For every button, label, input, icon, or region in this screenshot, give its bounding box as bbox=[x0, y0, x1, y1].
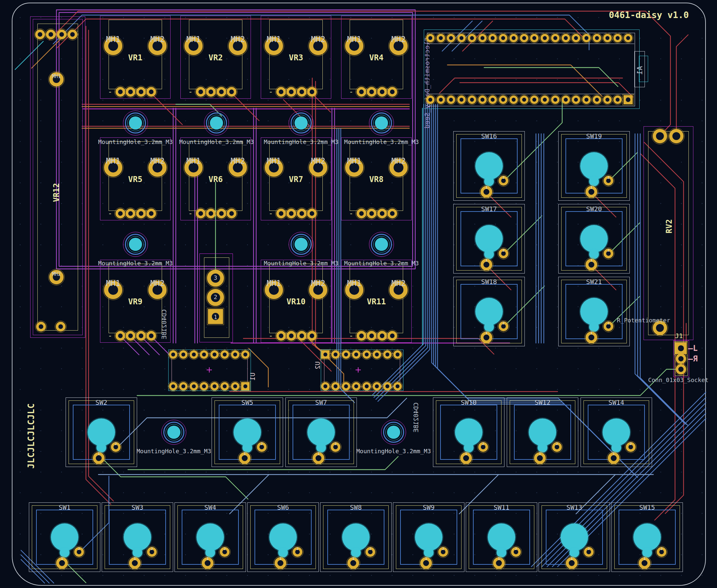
vr-module-vr6[interactable]: MH1MH2VR6- bbox=[181, 138, 251, 220]
switch-sw8[interactable]: 12SW8 bbox=[320, 502, 392, 572]
vr-module-vr11[interactable]: MH1MH2VR11- bbox=[341, 260, 412, 343]
vr-pad-1[interactable] bbox=[115, 209, 125, 218]
vr-module-vr3[interactable]: MH1MH2VR3- bbox=[261, 16, 331, 99]
a1-pin-pad[interactable] bbox=[457, 96, 466, 104]
switch-sw7[interactable]: 12SW7 bbox=[286, 397, 357, 467]
a1-pin-pad[interactable] bbox=[520, 34, 528, 42]
a1-pin-pad[interactable] bbox=[478, 96, 487, 104]
a1-pin-pad[interactable] bbox=[520, 96, 528, 104]
u2-pin-pad[interactable] bbox=[342, 382, 350, 391]
u1-pin-pad[interactable] bbox=[169, 382, 177, 391]
u1-pin-pad[interactable] bbox=[200, 382, 208, 391]
switch-sw4[interactable]: 12SW4 bbox=[174, 502, 246, 572]
a1-pin-pad[interactable] bbox=[613, 34, 622, 42]
u2-pin-pad[interactable] bbox=[393, 350, 402, 359]
vr-pad-2[interactable] bbox=[126, 209, 135, 218]
a1-pin-pad[interactable] bbox=[437, 96, 445, 104]
vr-pad-1[interactable] bbox=[276, 87, 286, 97]
vr-pad-3[interactable] bbox=[136, 209, 146, 218]
vr-pad-4[interactable] bbox=[227, 209, 236, 218]
u2-pin-pad[interactable] bbox=[383, 350, 392, 359]
vr-pad-2[interactable] bbox=[126, 87, 135, 97]
u1-pin-pad[interactable] bbox=[200, 350, 208, 359]
vr12-pad[interactable] bbox=[46, 29, 56, 39]
vr-pad-2[interactable] bbox=[286, 331, 296, 341]
switch-sw16[interactable]: 12SW16 bbox=[453, 131, 525, 201]
a1-pin-pad[interactable] bbox=[468, 34, 476, 42]
rv2-pad-1[interactable] bbox=[653, 129, 667, 143]
switch-sw1[interactable]: 12SW1 bbox=[29, 502, 100, 572]
vr-pad-4[interactable] bbox=[307, 331, 317, 341]
vr-pad-4[interactable] bbox=[387, 209, 397, 218]
a1-pin-pad[interactable] bbox=[582, 34, 591, 42]
a1-pin-pad[interactable] bbox=[562, 34, 570, 42]
u2-pin-pad[interactable] bbox=[373, 382, 381, 391]
switch-sw11[interactable]: 12SW11 bbox=[466, 502, 537, 572]
a1-pin-pad[interactable] bbox=[426, 96, 435, 104]
u1-pin-pad[interactable] bbox=[190, 382, 198, 391]
vr-pad-2[interactable] bbox=[126, 331, 135, 341]
vr-module-vr9[interactable]: MH1MH2VR9- bbox=[100, 260, 171, 343]
switch-sw9[interactable]: 12SW9 bbox=[393, 502, 464, 572]
vr-module-vr10[interactable]: MH1MH2VR10- bbox=[261, 260, 331, 343]
switch-sw5[interactable]: 12SW5 bbox=[212, 397, 283, 467]
vr-pad-2[interactable] bbox=[367, 87, 377, 97]
vr-module-vr8[interactable]: MH1MH2VR8- bbox=[341, 138, 412, 220]
a1-pin-pad[interactable] bbox=[426, 34, 435, 42]
a1-pin-pad[interactable] bbox=[562, 96, 570, 104]
vr-pad-2[interactable] bbox=[286, 87, 296, 97]
switch-sw3[interactable]: 12SW3 bbox=[102, 502, 173, 572]
u1-pin-pad[interactable] bbox=[169, 350, 177, 359]
switch-sw19[interactable]: 12SW19 bbox=[558, 131, 630, 201]
vr-module-vr1[interactable]: MH1MH2VR1- bbox=[100, 16, 171, 99]
vr-pad-3[interactable] bbox=[297, 87, 307, 97]
vr-pad-4[interactable] bbox=[387, 87, 397, 97]
u2-pin-pad[interactable] bbox=[362, 382, 371, 391]
vr-pad-1[interactable] bbox=[357, 87, 366, 97]
a1-pin-pad[interactable] bbox=[509, 96, 518, 104]
u2-pin-pad[interactable] bbox=[383, 382, 392, 391]
switch-sw15[interactable]: 12SW15 bbox=[611, 502, 683, 572]
vr-pad-3[interactable] bbox=[377, 331, 387, 341]
a1-pin-pad[interactable] bbox=[541, 96, 549, 104]
u2-pin-pad[interactable] bbox=[393, 382, 402, 391]
a1-pin-pad[interactable] bbox=[499, 96, 507, 104]
vr-pad-4[interactable] bbox=[146, 331, 156, 341]
u2-pin-pad[interactable] bbox=[352, 350, 360, 359]
a1-pin-pad[interactable] bbox=[530, 96, 539, 104]
a1-pin-pad[interactable] bbox=[624, 95, 633, 104]
u1-pin-pad[interactable] bbox=[210, 382, 219, 391]
vr12-pad[interactable] bbox=[36, 322, 46, 332]
vr-pad-1[interactable] bbox=[115, 87, 125, 97]
a1-pin-pad[interactable] bbox=[488, 34, 497, 42]
vr-pad-1[interactable] bbox=[357, 331, 366, 341]
vr-pad-4[interactable] bbox=[146, 87, 156, 97]
u1-pin-pad[interactable] bbox=[220, 350, 229, 359]
vr-pad-2[interactable] bbox=[206, 87, 216, 97]
a1-pin-pad[interactable] bbox=[499, 34, 507, 42]
vr-pad-2[interactable] bbox=[367, 209, 377, 218]
a1-pin-pad[interactable] bbox=[551, 34, 560, 42]
u2-pin-pad[interactable] bbox=[352, 382, 360, 391]
vr-pad-1[interactable] bbox=[276, 209, 286, 218]
a1-pin-pad[interactable] bbox=[541, 34, 549, 42]
a1-pin-pad[interactable] bbox=[530, 34, 539, 42]
switch-sw20[interactable]: 12SW20 bbox=[558, 204, 630, 273]
vr-pad-3[interactable] bbox=[297, 209, 307, 218]
switch-sw14[interactable]: 12SW14 bbox=[581, 397, 652, 467]
u2-pin-pad[interactable] bbox=[342, 350, 350, 359]
j1-pad-3[interactable] bbox=[676, 364, 686, 375]
vr-pad-4[interactable] bbox=[387, 331, 397, 341]
vr12-pad[interactable] bbox=[57, 29, 67, 39]
a1-pin-pad[interactable] bbox=[457, 34, 466, 42]
a1-pin-pad[interactable] bbox=[582, 96, 591, 104]
vr-pad-1[interactable] bbox=[276, 331, 286, 341]
u2-pin-pad[interactable] bbox=[321, 350, 330, 359]
vr-pad-4[interactable] bbox=[227, 87, 236, 97]
switch-sw13[interactable]: 12SW13 bbox=[539, 502, 610, 572]
vr-pad-3[interactable] bbox=[216, 209, 226, 218]
u1-pin-pad[interactable] bbox=[231, 350, 239, 359]
switch-sw6[interactable]: 12SW6 bbox=[247, 502, 319, 572]
a1-pin-pad[interactable] bbox=[509, 34, 518, 42]
u2-pin-pad[interactable] bbox=[331, 382, 340, 391]
